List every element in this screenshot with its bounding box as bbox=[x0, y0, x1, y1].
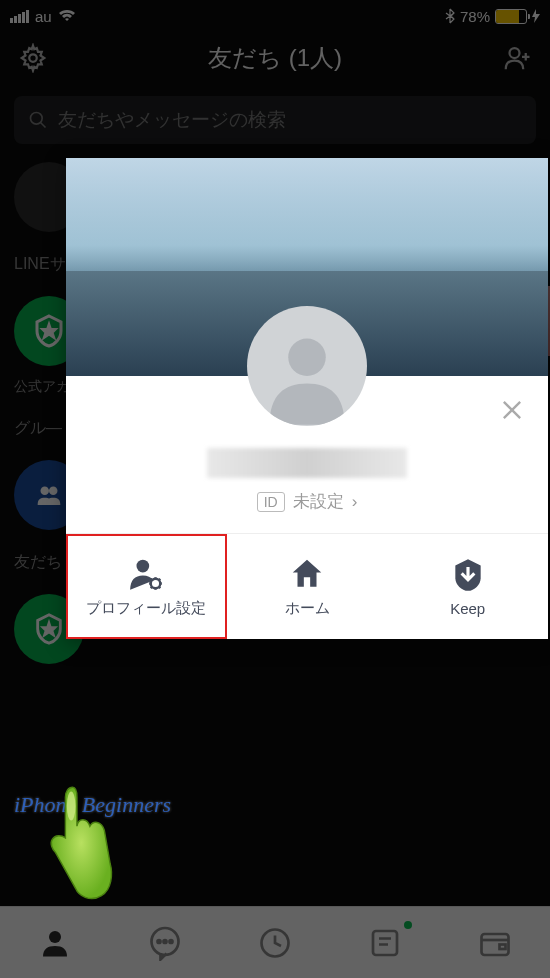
modal-action-bar: プロフィール設定 ホーム Keep bbox=[66, 533, 548, 639]
home-icon bbox=[288, 555, 326, 593]
profile-settings-icon bbox=[127, 555, 165, 593]
profile-settings-button[interactable]: プロフィール設定 bbox=[66, 534, 227, 639]
pointer-hand-annotation bbox=[28, 780, 123, 910]
svg-point-6 bbox=[137, 560, 150, 573]
svg-point-5 bbox=[288, 339, 326, 377]
keep-button[interactable]: Keep bbox=[387, 534, 548, 639]
id-badge: ID bbox=[257, 492, 285, 512]
home-label: ホーム bbox=[285, 599, 330, 618]
close-button[interactable] bbox=[494, 392, 530, 428]
chevron-right-icon: › bbox=[352, 492, 358, 512]
id-status: 未設定 bbox=[293, 490, 344, 513]
profile-settings-label: プロフィール設定 bbox=[86, 599, 206, 618]
avatar[interactable] bbox=[247, 306, 367, 426]
username-blurred bbox=[207, 448, 407, 478]
id-settings-row[interactable]: ID 未設定 › bbox=[66, 490, 548, 513]
profile-modal: ID 未設定 › プロフィール設定 ホーム Keep bbox=[66, 158, 548, 639]
svg-point-8 bbox=[67, 792, 76, 821]
home-button[interactable]: ホーム bbox=[227, 534, 388, 639]
keep-icon bbox=[449, 556, 487, 594]
keep-label: Keep bbox=[450, 600, 485, 617]
